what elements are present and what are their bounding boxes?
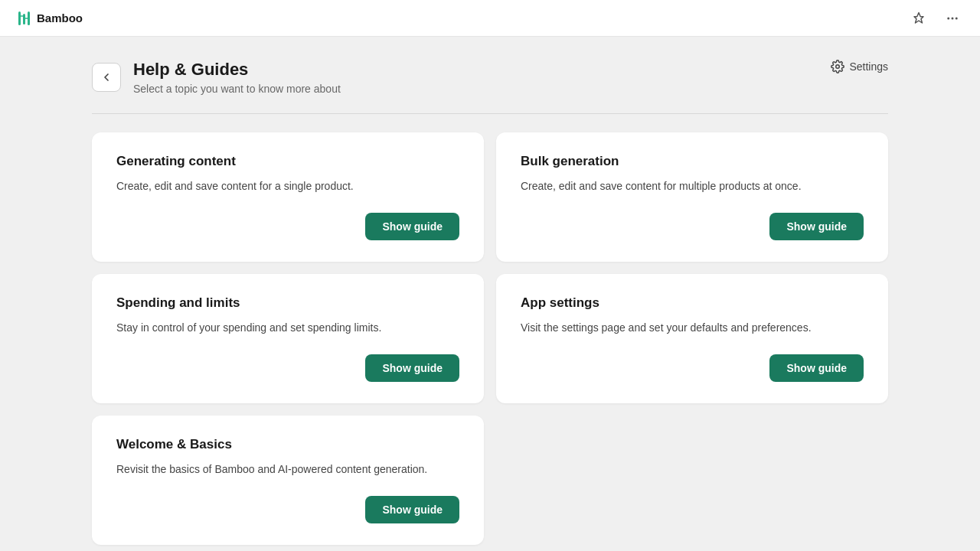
pin-icon <box>912 11 926 25</box>
page-header: Help & Guides Select a topic you want to… <box>92 60 888 95</box>
settings-button[interactable]: Settings <box>831 60 888 73</box>
app-logo: Bamboo <box>15 10 83 27</box>
cards-grid: Generating content Create, edit and save… <box>92 132 888 545</box>
show-guide-button-welcome-basics[interactable]: Show guide <box>365 496 459 523</box>
more-button[interactable] <box>940 6 965 31</box>
card-title-spending-limits: Spending and limits <box>116 295 459 311</box>
guide-card-generating-content: Generating content Create, edit and save… <box>92 132 484 262</box>
page-subtitle: Select a topic you want to know more abo… <box>133 83 341 95</box>
svg-point-6 <box>952 17 954 19</box>
show-guide-button-app-settings[interactable]: Show guide <box>769 354 864 382</box>
show-guide-button-bulk-generation[interactable]: Show guide <box>769 213 864 240</box>
back-button[interactable] <box>92 63 121 92</box>
card-footer-spending-limits: Show guide <box>116 354 459 382</box>
card-title-welcome-basics: Welcome & Basics <box>116 437 459 452</box>
card-title-app-settings: App settings <box>521 295 864 311</box>
svg-point-5 <box>947 17 949 19</box>
card-footer-generating-content: Show guide <box>116 213 459 240</box>
bamboo-logo-icon <box>15 10 32 27</box>
page-title-group: Help & Guides Select a topic you want to… <box>133 60 341 95</box>
card-title-bulk-generation: Bulk generation <box>521 154 864 169</box>
app-name: Bamboo <box>37 11 83 24</box>
svg-point-8 <box>836 65 840 69</box>
svg-point-7 <box>956 17 958 19</box>
main-content: Help & Guides Select a topic you want to… <box>0 37 980 551</box>
svg-rect-0 <box>18 11 21 25</box>
card-footer-welcome-basics: Show guide <box>116 496 459 523</box>
more-icon <box>946 11 959 25</box>
guide-card-spending-limits: Spending and limits Stay in control of y… <box>92 274 484 403</box>
navbar: Bamboo <box>0 0 980 37</box>
guide-card-welcome-basics: Welcome & Basics Revisit the basics of B… <box>92 416 484 545</box>
card-description-app-settings: Visit the settings page and set your def… <box>521 320 864 336</box>
card-title-generating-content: Generating content <box>116 154 459 169</box>
guide-card-bulk-generation: Bulk generation Create, edit and save co… <box>496 132 888 262</box>
show-guide-button-generating-content[interactable]: Show guide <box>365 213 459 240</box>
card-description-spending-limits: Stay in control of your spending and set… <box>116 320 459 336</box>
card-footer-app-settings: Show guide <box>521 354 864 382</box>
pin-button[interactable] <box>906 6 931 31</box>
back-arrow-icon <box>100 71 113 83</box>
show-guide-button-spending-limits[interactable]: Show guide <box>365 354 459 382</box>
settings-label: Settings <box>849 60 888 73</box>
card-description-welcome-basics: Revisit the basics of Bamboo and AI-powe… <box>116 461 459 478</box>
gear-icon <box>831 60 844 73</box>
card-description-generating-content: Create, edit and save content for a sing… <box>116 178 459 194</box>
guide-card-app-settings: App settings Visit the settings page and… <box>496 274 888 403</box>
page-title: Help & Guides <box>133 60 341 80</box>
navbar-right <box>906 6 965 31</box>
page-header-left: Help & Guides Select a topic you want to… <box>92 60 341 95</box>
card-description-bulk-generation: Create, edit and save content for multip… <box>521 178 864 194</box>
svg-rect-1 <box>23 14 25 24</box>
navbar-left: Bamboo <box>15 10 83 27</box>
section-divider <box>92 113 888 114</box>
card-footer-bulk-generation: Show guide <box>521 213 864 240</box>
